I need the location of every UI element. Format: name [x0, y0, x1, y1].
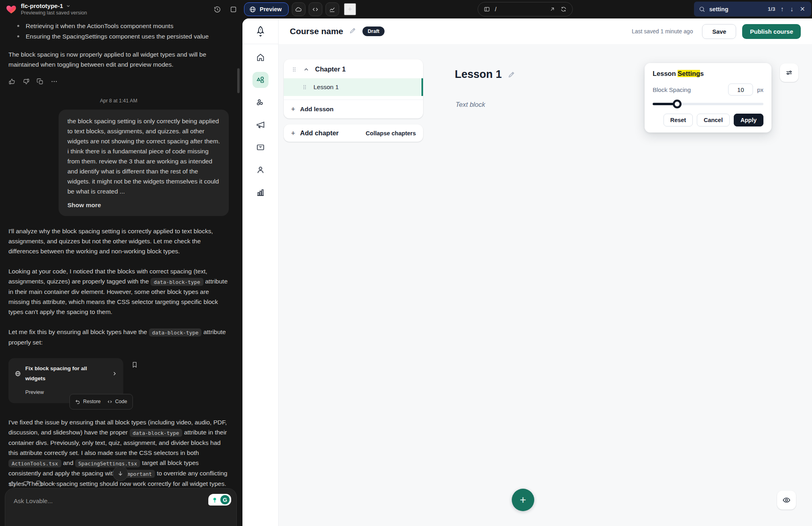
block-spacing-label: Block Spacing: [653, 86, 691, 93]
add-lesson-button[interactable]: + Add lesson: [284, 100, 423, 118]
pencil-icon[interactable]: [508, 71, 515, 78]
chat-scrollbar-thumb[interactable]: [237, 68, 240, 93]
lesson-settings-popover: Lesson Settings Block Spacing px Reset C…: [645, 63, 771, 133]
find-query-input[interactable]: setting: [709, 6, 764, 12]
nav-marketing[interactable]: [252, 117, 269, 133]
refresh-icon[interactable]: [560, 6, 567, 12]
show-more-link[interactable]: Show more: [67, 200, 220, 210]
nav-community[interactable]: [252, 94, 269, 110]
nav-courses[interactable]: [252, 72, 269, 88]
cloud-button[interactable]: [292, 2, 305, 16]
restore-icon: [75, 399, 80, 404]
lesson-settings-title: Lesson Settings: [653, 70, 763, 77]
scroll-to-bottom-button[interactable]: [113, 466, 128, 481]
project-name[interactable]: flc-prototype-1: [21, 2, 63, 9]
text-block-placeholder[interactable]: Text block: [456, 101, 485, 108]
lesson-heading: Lesson 1: [455, 68, 515, 81]
ai-paragraph: Let me fix this by ensuring all block ty…: [8, 327, 229, 347]
apply-button[interactable]: Apply: [734, 114, 763, 126]
history-icon: [214, 6, 221, 13]
more-icon[interactable]: [50, 480, 57, 487]
thumbs-up-icon[interactable]: [9, 480, 16, 487]
add-chapter-button[interactable]: Add chapter: [300, 129, 339, 137]
history-button[interactable]: [211, 3, 223, 15]
find-next-button[interactable]: ↓: [789, 6, 795, 13]
panel-toggle-button[interactable]: [227, 3, 239, 15]
chapter-row[interactable]: Chapter 1: [284, 59, 423, 78]
nav-home[interactable]: [252, 49, 269, 65]
more-icon[interactable]: [51, 78, 58, 85]
inline-code-chip: data-block-type: [151, 278, 204, 286]
drag-handle-icon[interactable]: [291, 66, 297, 73]
find-previous-button[interactable]: ↑: [779, 6, 785, 13]
settings-toggle-button[interactable]: [780, 63, 798, 82]
save-button[interactable]: Save: [702, 24, 736, 39]
project-meta[interactable]: flc-prototype-1 Previewing last saved ve…: [21, 2, 87, 16]
collapse-chapters-button[interactable]: Collapse chapters: [366, 130, 416, 137]
grammarly-widget[interactable]: G: [208, 494, 231, 506]
draft-status-badge: Draft: [362, 27, 385, 36]
ai-paragraph: Looking at your code, I noticed that the…: [8, 266, 229, 317]
shapes-icon: [256, 75, 265, 85]
publish-course-button[interactable]: Publish course: [742, 24, 801, 39]
nav-analytics[interactable]: [252, 184, 269, 200]
drag-handle-icon[interactable]: [301, 84, 308, 90]
chapter-outline-card: Chapter 1 Lesson 1 + Add lesson: [284, 59, 423, 118]
lovable-logo-icon: [6, 4, 17, 15]
copy-icon[interactable]: [37, 78, 44, 85]
ai-paragraph: I'll analyze why the block spacing setti…: [8, 226, 229, 256]
thumbs-up-icon[interactable]: [8, 78, 16, 85]
nav-inbox[interactable]: [252, 139, 269, 155]
find-close-button[interactable]: ✕: [799, 5, 806, 13]
search-icon: [699, 6, 705, 12]
app-logo[interactable]: [242, 18, 278, 44]
chat-input[interactable]: Ask Lovable...: [14, 496, 230, 506]
chevron-right-icon: [112, 371, 118, 377]
lesson-label: Lesson 1: [313, 84, 339, 91]
slider-thumb[interactable]: [673, 100, 682, 108]
chapter-title: Chapter 1: [315, 65, 346, 73]
message-actions-partial: [9, 480, 57, 487]
find-in-page-bar: setting 1/3 ↑ ↓ ✕: [694, 2, 811, 16]
block-spacing-input[interactable]: [728, 84, 753, 96]
thumbs-down-icon[interactable]: [22, 480, 29, 487]
line-chart-icon: [329, 6, 336, 13]
chevron-up-icon[interactable]: [303, 66, 309, 73]
arrow-down-icon: [117, 470, 124, 477]
person-icon: [256, 165, 265, 175]
block-spacing-slider[interactable]: [653, 100, 763, 108]
plus-icon: +: [291, 106, 295, 113]
ai-summary-paragraph: The block spacing is now properly applie…: [8, 49, 229, 69]
course-builder-content: Chapter 1 Lesson 1 + Add lesson + Add ch…: [279, 44, 812, 526]
reset-button[interactable]: Reset: [663, 114, 693, 126]
unit-label: px: [757, 86, 763, 93]
restore-button[interactable]: Restore: [75, 397, 101, 407]
analytics-button[interactable]: [326, 2, 339, 16]
copy-icon[interactable]: [36, 480, 43, 487]
preview-mode-button[interactable]: Preview: [244, 2, 289, 16]
course-title: Course name: [290, 27, 343, 36]
code-button[interactable]: Code: [107, 397, 127, 407]
new-tab-button[interactable]: +: [344, 3, 356, 15]
user-message-text: the block spacing setting is only correc…: [67, 116, 220, 196]
lesson-row-selected[interactable]: Lesson 1: [284, 78, 423, 96]
cancel-button[interactable]: Cancel: [697, 114, 730, 126]
inline-code-chip: SpacingSettings.tsx: [75, 459, 140, 467]
url-path[interactable]: /: [495, 6, 497, 12]
thumbs-down-icon[interactable]: [22, 78, 30, 85]
add-block-fab[interactable]: +: [512, 489, 534, 511]
code-view-button[interactable]: [309, 2, 322, 16]
url-bar[interactable]: /: [478, 2, 573, 16]
bookmark-button[interactable]: [131, 361, 138, 369]
code-icon: [107, 399, 112, 404]
sliders-icon: [785, 69, 793, 77]
nav-contacts[interactable]: [252, 162, 269, 178]
message-actions: [8, 78, 229, 85]
open-external-icon[interactable]: [549, 6, 556, 12]
pencil-icon: [349, 27, 356, 34]
topbar-tools: Preview +: [244, 2, 356, 16]
inline-code-chip: ActionTools.tsx: [8, 459, 61, 467]
app-nav-rail: [242, 18, 279, 526]
edit-course-name-button[interactable]: [349, 27, 356, 36]
preview-eye-button[interactable]: [777, 491, 796, 510]
